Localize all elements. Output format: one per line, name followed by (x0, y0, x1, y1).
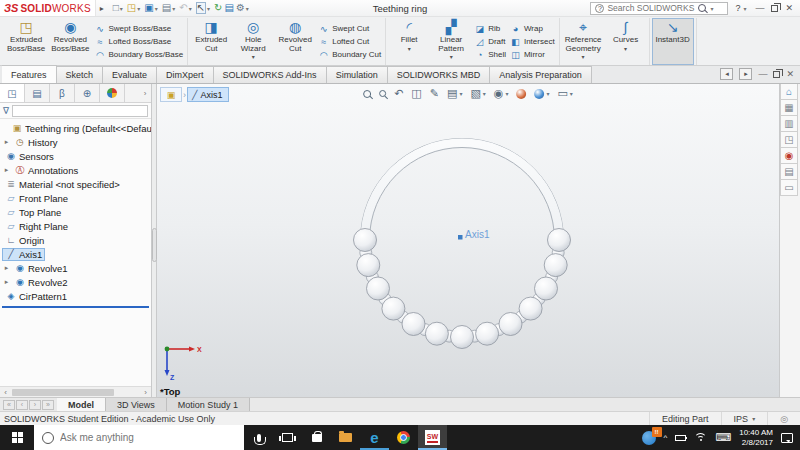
show-hidden-icons[interactable]: ^ (664, 433, 668, 442)
hud-button[interactable]: ▭ ▾ (557, 88, 572, 99)
tree-filter-input[interactable] (12, 105, 148, 117)
teething-ring-model[interactable]: Axis1 (157, 84, 779, 397)
units-selector[interactable]: IPS▾ (721, 412, 768, 425)
task-pane-tab[interactable]: ⌂ (780, 84, 798, 100)
expander-icon[interactable]: ▸ (2, 138, 11, 146)
panel-tab[interactable]: ⊕ (75, 84, 100, 102)
panel-tab[interactable]: β (50, 84, 75, 102)
qat-button[interactable]: ◳ ▾ (126, 3, 143, 13)
tree-horizontal-scrollbar[interactable]: ‹ › (0, 386, 151, 397)
start-button[interactable] (0, 425, 34, 450)
tree-item[interactable]: ▱ Top Plane (2, 205, 151, 219)
ribbon-small-button[interactable]: ≈ Lofted Cut (318, 35, 381, 48)
hud-button[interactable] (516, 89, 526, 99)
qat-button[interactable]: ⚙ ▾ (235, 3, 252, 13)
battery-icon[interactable] (675, 435, 686, 441)
qat-button[interactable]: ↶ ▾ (178, 3, 194, 13)
hud-button[interactable]: ◉ ▾ (494, 88, 509, 99)
tree-item[interactable]: ▸ Ⓐ Annotations (2, 163, 151, 177)
command-tab[interactable]: SOLIDWORKS Add-Ins (214, 66, 327, 83)
tree-item[interactable]: ▱ Front Plane (2, 191, 151, 205)
previous-document-button[interactable]: ◂ (720, 68, 733, 80)
restore-button[interactable] (771, 5, 778, 12)
ribbon-small-button[interactable]: ∿ Swept Boss/Base (95, 22, 184, 35)
microphone-button[interactable] (244, 425, 273, 450)
ribbon-button[interactable]: ▞ Linear Pattern ▾ (430, 18, 472, 65)
qat-button[interactable]: ▣ ▾ (143, 3, 160, 13)
hud-button[interactable]: ✎ (430, 88, 439, 99)
caret-down-icon[interactable]: ▾ (710, 5, 713, 12)
document-minimize-button[interactable]: — (758, 69, 767, 79)
tab-scroll-icon[interactable]: ‹ (16, 400, 28, 410)
expander-icon[interactable]: ▸ (2, 166, 11, 174)
hud-button[interactable]: ▾ (534, 89, 549, 99)
chrome-button[interactable] (389, 425, 418, 450)
ribbon-small-button[interactable]: ∿ Swept Cut (318, 22, 381, 35)
scroll-left-icon[interactable]: ‹ (0, 388, 11, 397)
tree-item[interactable]: ╱ Axis1 (2, 247, 151, 261)
ribbon-small-button[interactable]: ◧ Intersect (510, 35, 555, 48)
status-tag-icon[interactable]: ◎ (767, 412, 800, 425)
tree-item[interactable]: ▸ ◷ History (2, 135, 151, 149)
next-document-button[interactable]: ▸ (739, 68, 752, 80)
tab-scroll-icon[interactable]: » (42, 400, 54, 410)
wifi-icon[interactable] (694, 433, 707, 443)
ribbon-small-button[interactable]: ◪ Rib (474, 22, 506, 35)
file-explorer-button[interactable] (331, 425, 360, 450)
ribbon-button[interactable]: ◎ Hole Wizard ▾ (232, 18, 274, 65)
qat-button[interactable]: □ ▾ (112, 3, 126, 13)
ribbon-button[interactable]: ∫ Curves ▾ (605, 18, 647, 65)
document-close-button[interactable]: ✕ (786, 69, 794, 79)
task-pane-tab[interactable]: ▦ (780, 100, 798, 116)
qat-button[interactable]: ▤ (223, 3, 234, 13)
document-restore-button[interactable] (773, 71, 780, 78)
help-button[interactable]: ?▾ (735, 3, 748, 13)
hud-button[interactable] (363, 90, 371, 98)
hud-button[interactable]: ▤ ▾ (447, 88, 462, 99)
notification-icon[interactable] (642, 431, 656, 445)
ribbon-small-button[interactable]: ◕ Wrap (510, 22, 555, 35)
task-view-button[interactable] (273, 425, 302, 450)
cortana-search-box[interactable] (34, 425, 244, 450)
task-pane-tab[interactable]: ▤ (780, 164, 798, 180)
tree-item[interactable]: ▱ Right Plane (2, 219, 151, 233)
help-search-input[interactable] (607, 3, 695, 13)
task-pane-tab[interactable]: ▭ (780, 180, 798, 196)
task-pane-tab[interactable]: ◉ (780, 148, 798, 164)
qat-button[interactable]: ↖ ▾ (195, 2, 213, 14)
tree-item[interactable]: ≣ Material <not specified> (2, 177, 151, 191)
ribbon-button[interactable]: ⌖ Reference Geometry ▾ (562, 18, 605, 65)
tree-item[interactable]: ◉ Sensors (2, 149, 151, 163)
task-pane-tab[interactable]: ▥ (780, 116, 798, 132)
command-tab[interactable]: Features (2, 65, 57, 83)
qat-button[interactable]: ▤ ▾ (161, 3, 178, 13)
ribbon-small-button[interactable]: ◿ Draft (474, 35, 506, 48)
command-tab[interactable]: SOLIDWORKS MBD (388, 66, 491, 83)
menu-flyout-arrow-icon[interactable]: ▸ (100, 4, 104, 13)
hud-button[interactable] (379, 90, 386, 97)
ribbon-small-button[interactable]: ◠ Boundary Cut (318, 48, 381, 61)
command-tab[interactable]: Evaluate (103, 66, 157, 83)
close-button[interactable]: ✕ (785, 4, 793, 13)
view-tab[interactable]: Motion Study 1 (167, 398, 250, 411)
ribbon-button[interactable]: ◜ Fillet ▾ (388, 18, 430, 65)
graphics-viewport[interactable]: Axis1 ▣ › ╱ Axis1 (157, 84, 779, 397)
ribbon-small-button[interactable]: ◫ Mirror (510, 48, 555, 61)
panel-tab[interactable]: ◳ (0, 84, 25, 102)
edge-button[interactable]: e (360, 425, 389, 450)
command-tab[interactable]: DimXpert (157, 66, 214, 83)
taskbar-search-input[interactable] (60, 432, 210, 443)
task-pane-tab[interactable]: ◳ (780, 132, 798, 148)
ribbon-small-button[interactable]: ◔ Shell (474, 48, 506, 61)
store-button[interactable] (302, 425, 331, 450)
scroll-right-icon[interactable]: › (140, 388, 151, 397)
ribbon-button[interactable]: ↘ Instant3D (652, 18, 694, 65)
panel-tab[interactable]: ▤ (25, 84, 50, 102)
panel-tab[interactable] (100, 84, 125, 102)
tree-item[interactable]: ∟ Origin (2, 233, 151, 247)
minimize-button[interactable]: — (755, 4, 764, 13)
expander-icon[interactable]: ▸ (2, 264, 11, 272)
command-tab[interactable]: Analysis Preparation (490, 66, 592, 83)
command-tab[interactable]: Sketch (57, 66, 104, 83)
scroll-track[interactable] (12, 388, 139, 397)
